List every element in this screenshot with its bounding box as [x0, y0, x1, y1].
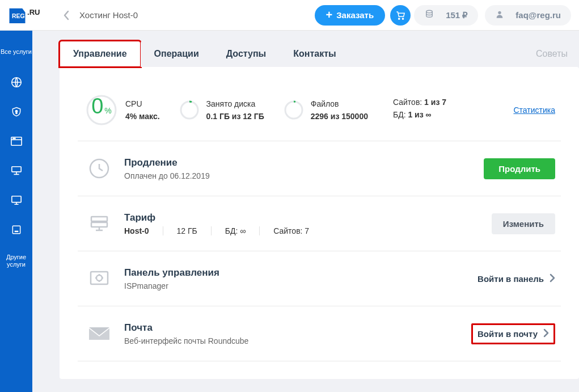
control-panel-icon	[86, 265, 113, 292]
mail-icon	[86, 320, 113, 347]
svg-rect-14	[12, 226, 20, 233]
enter-panel-button[interactable]: Войти в панель	[477, 273, 555, 284]
sidebar-item-globe[interactable]	[0, 68, 32, 98]
chevron-right-icon	[550, 273, 555, 284]
clock-icon	[86, 155, 113, 182]
cpu-donut: 0%	[86, 94, 117, 126]
control-panel-section: Панель управления ISPmanager Войти в пан…	[78, 251, 561, 306]
shield-icon	[11, 106, 22, 118]
sidebar-all-services[interactable]: Все услуги	[0, 36, 32, 68]
files-donut	[284, 100, 304, 120]
globe-icon	[10, 76, 23, 88]
svg-point-23	[96, 275, 102, 281]
sidebar-all-services-label: Все услуги	[1, 48, 32, 56]
balance-pill[interactable]: 151 ₽	[414, 5, 478, 26]
sidebar-item-server[interactable]	[0, 157, 32, 186]
db-value: 1 из ∞	[408, 110, 431, 119]
sidebar-item-shield[interactable]	[0, 98, 32, 127]
disk-label: Занято диска	[206, 99, 264, 108]
enter-mail-button[interactable]: Войти в почту	[477, 328, 549, 339]
back-button[interactable]	[58, 7, 75, 24]
breadcrumb: Хостинг Host-0	[79, 10, 310, 20]
cpu-value: 4% макс.	[125, 112, 160, 121]
chevron-right-icon	[543, 328, 549, 339]
sidebar-item-browser[interactable]	[0, 127, 32, 157]
renewal-title: Продление	[124, 157, 484, 168]
tab-contacts[interactable]: Контакты	[280, 41, 349, 67]
panel: 0% CPU 4% макс. Занято диска 0.1 ГБ из 1…	[60, 67, 579, 379]
enter-mail-label: Войти в почту	[477, 329, 538, 339]
tariff-sites: Сайтов: 7	[259, 226, 323, 235]
files-label: Файлов	[311, 99, 368, 108]
tabs: Управление Операции Доступы Контакты Сов…	[60, 41, 579, 67]
renewal-sub: Оплачен до 06.12.2019	[124, 171, 484, 180]
svg-rect-8	[16, 112, 17, 114]
svg-rect-13	[11, 196, 20, 203]
change-tariff-button[interactable]: Изменить	[492, 213, 555, 234]
content: Управление Операции Доступы Контакты Сов…	[32, 31, 579, 392]
svg-rect-20	[91, 217, 107, 221]
coins-icon	[424, 9, 440, 21]
control-panel-title: Панель управления	[124, 267, 477, 279]
svg-point-3	[403, 18, 404, 19]
sidebar-item-disk[interactable]	[0, 216, 32, 245]
svg-point-17	[181, 102, 198, 119]
server-rack-icon	[86, 210, 113, 237]
user-icon	[495, 10, 510, 20]
files-value: 2296 из 150000	[311, 112, 368, 121]
tariff-db: БД: ∞	[211, 226, 259, 235]
order-button-label: Заказать	[336, 10, 374, 20]
stats-row: 0% CPU 4% макс. Занято диска 0.1 ГБ из 1…	[78, 83, 561, 141]
tariff-section: Тариф Host-0 12 ГБ БД: ∞ Сайтов: 7 Измен…	[78, 196, 561, 251]
renewal-section: Продление Оплачен до 06.12.2019 Продлить	[78, 141, 561, 196]
svg-point-5	[498, 11, 501, 14]
balance-amount: 151 ₽	[446, 10, 468, 20]
cpu-label: CPU	[125, 99, 160, 108]
disk-value: 0.1 ГБ из 12 ГБ	[206, 112, 264, 121]
monitor-icon	[10, 195, 23, 206]
sidebar: Все услуги Другие услуги	[0, 31, 32, 392]
logo[interactable]: REG .RU	[0, 5, 54, 26]
cpu-percent-sign: %	[104, 106, 111, 115]
sidebar-other-services-label: Другие услуги	[0, 254, 32, 268]
disk-donut	[179, 100, 200, 120]
tariff-title: Тариф	[124, 212, 492, 224]
db-label: БД:	[393, 110, 406, 119]
svg-rect-15	[14, 231, 18, 233]
server-icon	[10, 165, 23, 176]
tab-operations[interactable]: Операции	[141, 41, 213, 67]
disk-icon	[11, 224, 22, 235]
sidebar-other-services[interactable]: Другие услуги	[0, 245, 32, 277]
svg-text:.RU: .RU	[27, 8, 40, 16]
sites-label: Сайтов:	[393, 98, 422, 107]
sites-value: 1 из 7	[424, 98, 446, 107]
tab-manage[interactable]: Управление	[60, 41, 141, 67]
user-pill[interactable]: faq@reg.ru	[485, 5, 571, 26]
browser-icon	[10, 136, 23, 147]
user-email: faq@reg.ru	[515, 10, 561, 20]
order-button[interactable]: + Заказать	[315, 5, 386, 26]
cart-button[interactable]	[390, 5, 411, 26]
sidebar-item-monitor[interactable]	[0, 186, 32, 216]
control-panel-sub: ISPmanager	[124, 281, 477, 290]
mail-title: Почта	[124, 322, 471, 334]
svg-text:REG: REG	[12, 12, 25, 19]
svg-point-4	[426, 10, 433, 13]
statistics-link[interactable]: Статистика	[513, 106, 555, 115]
tab-tips[interactable]: Советы	[536, 49, 579, 59]
svg-point-10	[12, 138, 13, 138]
tariff-name: Host-0	[124, 226, 163, 235]
cpu-percent: 0	[91, 94, 103, 119]
mail-section: Почта Веб-интерфейс почты Roundcube Войт…	[78, 306, 561, 361]
topbar: REG .RU Хостинг Host-0 + Заказать 151 ₽ …	[0, 0, 579, 31]
tariff-disk: 12 ГБ	[163, 226, 211, 235]
svg-point-18	[285, 102, 302, 119]
svg-rect-12	[11, 167, 20, 172]
mail-sub: Веб-интерфейс почты Roundcube	[124, 336, 471, 345]
svg-rect-21	[91, 222, 107, 227]
plus-icon: +	[326, 9, 333, 22]
renew-button[interactable]: Продлить	[484, 158, 555, 179]
tab-access[interactable]: Доступы	[213, 41, 280, 67]
enter-panel-label: Войти в панель	[477, 274, 544, 284]
svg-rect-22	[91, 272, 108, 284]
